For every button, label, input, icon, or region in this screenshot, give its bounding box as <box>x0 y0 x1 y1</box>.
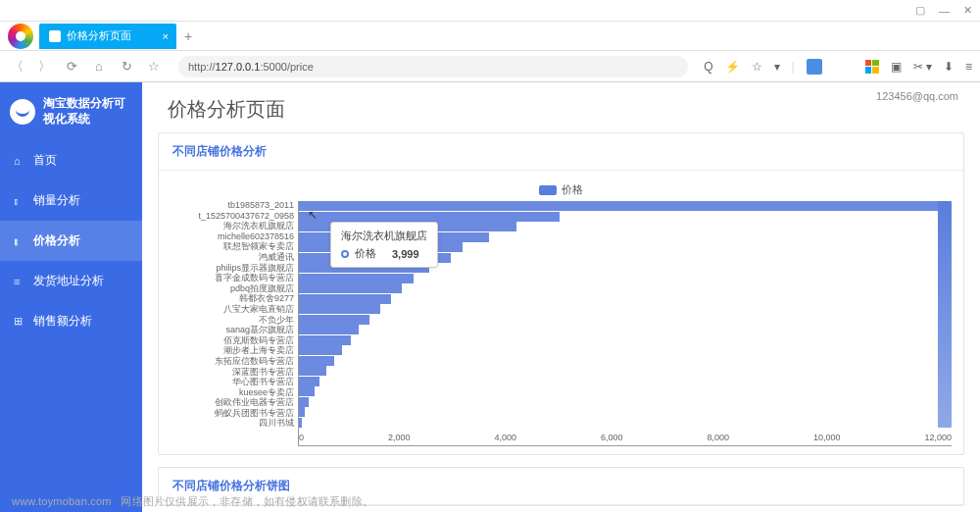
apps-icon[interactable] <box>865 60 879 74</box>
x-tick-label: 2,000 <box>388 433 411 445</box>
y-tick-label: philips显示器旗舰店 <box>171 264 294 273</box>
browser-tab[interactable]: 价格分析页面 × <box>39 24 176 49</box>
y-tick-label: t_1525700437672_0958 <box>171 212 294 221</box>
browser-logo-icon <box>8 24 33 49</box>
window-minimize-icon[interactable]: — <box>939 5 950 17</box>
cursor-icon: ↖ <box>308 208 318 222</box>
toolbar-right: Q ⚡ ☆ ▾ | ▣ ✂ ▾ ⬇ ≡ <box>704 59 972 75</box>
bar[interactable] <box>299 304 380 314</box>
bar[interactable] <box>299 386 315 396</box>
y-tick-label: 潮步者上海专卖店 <box>171 346 294 355</box>
footer-watermark: www.toymoban.com 网络图片仅供展示，非存储，如有侵权请联系删除。 <box>12 494 373 509</box>
bar[interactable] <box>299 283 402 293</box>
bar-chart[interactable]: tb1985873_2011t_1525700437672_0958海尔洗衣机旗… <box>171 201 952 446</box>
bookmark-icon[interactable]: ☆ <box>752 60 762 74</box>
brand-text: 淘宝数据分析可 视化系统 <box>43 96 125 127</box>
app-container: 淘宝数据分析可 视化系统 ⌂首页⫾销量分析⫾价格分析≡发货地址分析⊞销售额分析 … <box>0 82 980 512</box>
nav-icon: ⌂ <box>14 155 25 167</box>
x-tick-label: 12,000 <box>924 433 952 445</box>
card-body: 价格 ↖ 海尔洗衣机旗舰店 价格 3,999 tb1985873_2011t_1… <box>159 171 963 454</box>
legend-swatch-icon <box>539 185 557 195</box>
y-tick-label: 深蓝图书专营店 <box>171 368 294 377</box>
nav-icon: ≡ <box>14 276 25 287</box>
y-tick-label: 喜字金成数码专营店 <box>171 274 294 282</box>
y-tick-label: 四川书城 <box>171 419 294 428</box>
new-tab-button[interactable]: + <box>184 28 192 44</box>
bar[interactable] <box>299 356 334 366</box>
tooltip-dot-icon <box>341 250 349 258</box>
favorite-button[interactable]: ☆ <box>145 59 163 74</box>
nav-icon: ⫾ <box>14 195 25 207</box>
y-tick-label: 创欧伟业电器专营店 <box>171 398 294 407</box>
y-tick-label: 鸿威通讯 <box>171 253 294 262</box>
dropdown-icon[interactable]: ▾ <box>774 60 780 74</box>
url-prefix: http:// <box>188 61 216 73</box>
bar[interactable] <box>299 397 309 407</box>
bar[interactable] <box>299 315 369 325</box>
home-button[interactable]: ⌂ <box>90 59 108 74</box>
x-tick-label: 6,000 <box>601 433 623 445</box>
max-bar <box>938 201 952 428</box>
sidebar-item-销量分析[interactable]: ⫾销量分析 <box>0 180 142 221</box>
bar[interactable] <box>299 325 359 334</box>
bar[interactable] <box>299 407 305 417</box>
bar[interactable] <box>299 201 941 211</box>
y-tick-label: 佰克斯数码专营店 <box>171 336 294 345</box>
bar[interactable] <box>299 274 414 283</box>
sidebar-item-销售额分析[interactable]: ⊞销售额分析 <box>0 301 142 341</box>
tab-favicon-icon <box>49 30 61 42</box>
y-tick-label: tb1985873_2011 <box>171 201 294 210</box>
bar[interactable] <box>299 377 319 386</box>
y-tick-label: 不负少年 <box>171 316 294 325</box>
user-email[interactable]: 123456@qq.com <box>876 90 958 102</box>
window-close-icon[interactable]: ✕ <box>963 4 972 17</box>
tab-close-icon[interactable]: × <box>163 30 169 42</box>
url-path: :5000/price <box>260 61 313 73</box>
card-title: 不同店铺价格分析 <box>159 133 963 171</box>
bar[interactable] <box>299 418 302 428</box>
bar[interactable] <box>299 294 391 304</box>
sidebar-item-价格分析[interactable]: ⫾价格分析 <box>0 221 142 261</box>
search-icon[interactable]: Q <box>704 60 712 74</box>
y-tick-label: pdbq拍度旗舰店 <box>171 284 294 293</box>
forward-button[interactable]: 〉 <box>35 58 53 76</box>
reader-icon[interactable]: ▣ <box>891 60 902 74</box>
download-icon[interactable]: ⬇ <box>944 60 954 74</box>
back-button[interactable]: 〈 <box>8 58 25 76</box>
sidebar: 淘宝数据分析可 视化系统 ⌂首页⫾销量分析⫾价格分析≡发货地址分析⊞销售额分析 <box>0 82 142 512</box>
y-tick-label: kuesee专卖店 <box>171 388 294 397</box>
x-tick-label: 8,000 <box>707 433 729 445</box>
sidebar-item-首页[interactable]: ⌂首页 <box>0 140 142 180</box>
y-tick-label: 韩都衣舍9277 <box>171 294 294 303</box>
tab-bar: 价格分析页面 × + <box>0 22 980 51</box>
menu-icon[interactable]: ≡ <box>965 60 972 74</box>
sidebar-item-发货地址分析[interactable]: ≡发货地址分析 <box>0 261 142 301</box>
bar[interactable] <box>299 366 326 376</box>
stop-button[interactable]: ↻ <box>118 59 135 74</box>
nav-list: ⌂首页⫾销量分析⫾价格分析≡发货地址分析⊞销售额分析 <box>0 140 142 341</box>
tooltip-shop: 海尔洗衣机旗舰店 <box>341 229 427 243</box>
bar[interactable] <box>299 335 351 345</box>
x-axis: 02,0004,0006,0008,00010,00012,000 <box>299 430 952 445</box>
shortcut-icon[interactable]: ⚡ <box>725 60 740 74</box>
window-restore-icon[interactable]: ▢ <box>915 4 925 17</box>
address-bar: 〈 〉 ⟳ ⌂ ↻ ☆ http://127.0.0.1:5000/price … <box>0 51 980 82</box>
x-tick-label: 10,000 <box>813 433 841 445</box>
chart-legend[interactable]: 价格 <box>171 182 952 197</box>
chart-tooltip: 海尔洗衣机旗舰店 价格 3,999 <box>330 222 438 268</box>
y-tick-label: michelle602378516 <box>171 232 294 241</box>
url-host: 127.0.0.1 <box>216 61 261 73</box>
brand: 淘宝数据分析可 视化系统 <box>0 90 142 140</box>
tooltip-value: 3,999 <box>392 248 419 260</box>
y-tick-label: sanag基尔旗舰店 <box>171 326 294 334</box>
bar[interactable] <box>299 212 560 222</box>
bar[interactable] <box>299 345 342 355</box>
extension-icon[interactable] <box>807 59 822 75</box>
y-tick-label: 东拓应信数码专营店 <box>171 357 294 366</box>
cut-icon[interactable]: ✂ ▾ <box>913 60 932 74</box>
url-input[interactable]: http://127.0.0.1:5000/price <box>178 56 688 77</box>
y-tick-label: 八宝大家电直销店 <box>171 305 294 314</box>
tooltip-series: 价格 <box>355 246 376 261</box>
x-tick-label: 0 <box>299 433 304 445</box>
reload-button[interactable]: ⟳ <box>63 59 80 74</box>
